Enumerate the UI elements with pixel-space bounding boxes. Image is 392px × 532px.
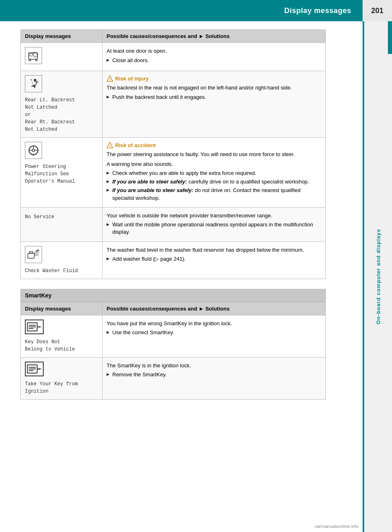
smartkey-col1-header: Display messages: [21, 302, 102, 315]
causes-cell-washer: The washer fluid level in the washer flu…: [102, 241, 326, 279]
warning-label-injury: ! Risk of injury: [107, 75, 321, 82]
injury-warning-text: Risk of injury: [115, 76, 149, 82]
solution-item: Add washer fluid (▷ page 241).: [107, 255, 321, 263]
solutions-keyinignition: Remove the SmartKey.: [107, 371, 321, 378]
extra-text-steering: A warning tone also sounds.: [107, 160, 321, 168]
causes-text-wrongkey: You have put the wrong SmartKey in the i…: [107, 320, 321, 328]
accident-triangle-icon: !: [107, 142, 113, 148]
table-row: ! Power SteeringMalfunction SeeOperator'…: [21, 138, 326, 208]
washer-display-text: Check Washer Fluid: [25, 267, 98, 275]
solutions-steering: Check whether you are able to apply the …: [107, 170, 321, 202]
svg-rect-28: [29, 367, 36, 368]
solution-item: Close all doors.: [107, 57, 321, 64]
solutions-door: Close all doors.: [107, 57, 321, 64]
svg-rect-1: [29, 54, 33, 56]
solution-item: If you are unable to steer safely: do no…: [107, 187, 321, 201]
solution-item: Push the backrest back until it engages.: [107, 94, 321, 101]
svg-text:!: !: [110, 144, 111, 148]
solution-item: Check whether you are able to apply the …: [107, 170, 321, 177]
smartkey-section-header: SmartKey: [20, 289, 326, 302]
warning-label-accident: ! Risk of accident: [107, 142, 321, 148]
causes-text-noservice: Your vehicle is outside the network prov…: [107, 212, 321, 220]
display-cell-steering: ! Power SteeringMalfunction SeeOperator'…: [21, 138, 102, 208]
causes-cell-keyinignition: The SmartKey is in the ignition lock. Re…: [102, 357, 326, 399]
causes-text-backrest: The backrest in the rear is not engaged …: [107, 84, 321, 92]
smartkey-col2-header: Possible causes/consequences and ► Solut…: [102, 302, 326, 315]
solution-item: If you are able to steer safely: careful…: [107, 178, 321, 186]
svg-text:!: !: [33, 152, 34, 156]
table-row: Take Your Key fromIgnition The SmartKey …: [21, 357, 326, 399]
page-title: Display messages: [284, 7, 351, 15]
accident-warning-text: Risk of accident: [115, 142, 156, 148]
keyinignition-display-text: Take Your Key fromIgnition: [25, 380, 98, 395]
col2-header: Possible causes/consequences and ► Solut…: [102, 30, 326, 43]
noservice-display-text: No Service: [25, 213, 98, 221]
warning-triangle-icon: !: [107, 75, 113, 82]
solution-item: Remove the SmartKey.: [107, 371, 321, 378]
page-number: 201: [363, 0, 392, 21]
svg-rect-23: [29, 326, 36, 327]
table-row: Key Does NotBelong to Vehicle You have p…: [21, 315, 326, 357]
smartkey-ignition-icon: [25, 362, 44, 376]
display-cell-backrest: Rear Lt. BackrestNot LatchedorRear Rt. B…: [21, 71, 102, 138]
svg-point-3: [36, 59, 37, 61]
sidebar-label: On-board computer and displays: [375, 229, 381, 324]
sidebar-accent: [388, 21, 392, 54]
solutions-backrest: Push the backrest back until it engages.: [107, 94, 321, 101]
washer-icon: [25, 246, 42, 263]
svg-rect-29: [29, 369, 36, 369]
svg-rect-18: [28, 253, 34, 258]
svg-rect-24: [29, 328, 33, 329]
causes-cell-noservice: Your vehicle is outside the network prov…: [102, 207, 326, 241]
svg-rect-19: [29, 252, 33, 253]
causes-text-keyinignition: The SmartKey is in the ignition lock.: [107, 362, 321, 370]
svg-point-6: [34, 79, 36, 81]
causes-cell-backrest: ! Risk of injury The backrest in the rea…: [102, 71, 326, 138]
display-cell-wrongkey: Key Does NotBelong to Vehicle: [21, 315, 102, 357]
solutions-washer: Add washer fluid (▷ page 241).: [107, 255, 321, 263]
table-row: Rear Lt. BackrestNot LatchedorRear Rt. B…: [21, 71, 326, 138]
display-cell-keyinignition: Take Your Key fromIgnition: [21, 357, 102, 399]
causes-cell-door: At least one door is open. Close all doo…: [102, 43, 326, 71]
causes-text-steering: The power steering assistance is faulty.…: [107, 150, 321, 159]
svg-rect-30: [29, 370, 33, 371]
solution-item: Use the correct SmartKey.: [107, 329, 321, 336]
solutions-wrongkey: Use the correct SmartKey.: [107, 329, 321, 336]
main-content: Display messages Possible causes/consequ…: [0, 21, 363, 532]
backrest-icon: [25, 75, 42, 92]
svg-rect-22: [29, 325, 36, 326]
steering-icon: !: [25, 142, 42, 159]
svg-point-11: [32, 149, 35, 152]
causes-cell-wrongkey: You have put the wrong SmartKey in the i…: [102, 315, 326, 357]
door-open-icon: [25, 47, 42, 64]
main-table: Display messages Possible causes/consequ…: [20, 29, 326, 279]
right-sidebar: On-board computer and displays: [363, 21, 392, 532]
table-row: No Service Your vehicle is outside the n…: [21, 207, 326, 241]
causes-cell-steering: ! Risk of accident The power steering as…: [102, 138, 326, 208]
causes-text-washer: The washer fluid level in the washer flu…: [107, 246, 321, 254]
table-row: At least one door is open. Close all doo…: [21, 43, 326, 71]
wrongkey-display-text: Key Does NotBelong to Vehicle: [25, 338, 98, 353]
svg-point-2: [29, 59, 31, 61]
causes-text-door: At least one door is open.: [107, 47, 321, 55]
solution-item: Wait until the mobile phone operational …: [107, 221, 321, 236]
display-cell-washer: Check Washer Fluid: [21, 241, 102, 279]
col1-header: Display messages: [21, 30, 102, 43]
table-row: Check Washer Fluid The washer fluid leve…: [21, 241, 326, 279]
steering-display-text: Power SteeringMalfunction SeeOperator's …: [25, 163, 98, 185]
smartkey-wrong-icon: [25, 320, 44, 334]
backrest-display-text: Rear Lt. BackrestNot LatchedorRear Rt. B…: [25, 96, 98, 133]
svg-rect-5: [33, 52, 38, 57]
display-cell-door: [21, 43, 102, 71]
solutions-noservice: Wait until the mobile phone operational …: [107, 221, 321, 236]
display-cell-noservice: No Service: [21, 207, 102, 241]
smartkey-table: Display messages Possible causes/consequ…: [20, 302, 326, 400]
svg-text:!: !: [110, 78, 111, 81]
top-header: Display messages 201: [0, 0, 392, 21]
watermark: carmanualsonline.info: [315, 524, 359, 529]
